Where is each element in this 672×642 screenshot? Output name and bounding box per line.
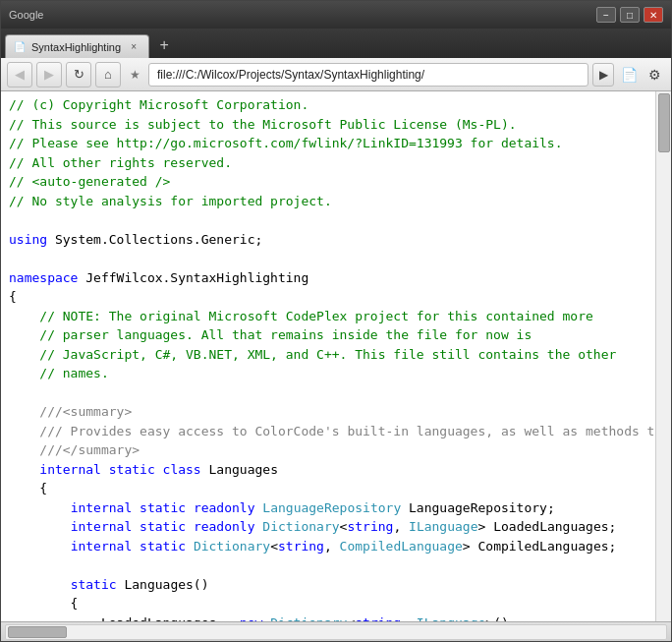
minimize-button[interactable]: −: [596, 7, 616, 23]
code-line: internal static class Languages: [1, 460, 655, 480]
code-line: [1, 555, 655, 575]
back-icon: ◀: [15, 67, 25, 82]
code-line: [1, 210, 655, 230]
go-button[interactable]: ▶: [592, 63, 614, 87]
page-button[interactable]: 📄: [618, 63, 640, 87]
code-line: LoadedLanguages = new Dictionary<string,…: [1, 613, 655, 622]
title-bar-search: Google: [9, 9, 43, 21]
code-line: // (c) Copyright Microsoft Corporation.: [1, 95, 655, 115]
content-area: // (c) Copyright Microsoft Corporation./…: [1, 91, 671, 621]
refresh-icon: ↻: [74, 67, 84, 82]
tools-button[interactable]: ⚙: [644, 63, 665, 87]
code-line: ///<summary>: [1, 402, 655, 422]
title-bar-left: Google: [9, 9, 43, 21]
code-line: ///</summary>: [1, 440, 655, 460]
new-tab-button[interactable]: +: [153, 34, 175, 56]
browser-tab[interactable]: 📄 SyntaxHighlighting ×: [5, 34, 149, 58]
code-line: namespace JeffWilcox.SyntaxHighlighting: [1, 268, 655, 288]
tab-label: SyntaxHighlighting: [31, 41, 121, 53]
status-bar: [1, 621, 671, 641]
code-line: {: [1, 479, 655, 498]
code-line: // NOTE: The original Microsoft CodePlex…: [1, 307, 655, 326]
scrollbar-thumb-h[interactable]: [8, 626, 67, 638]
code-line: // This source is subject to the Microso…: [1, 115, 655, 135]
code-line: internal static readonly LanguageReposit…: [1, 498, 655, 518]
search-label: Google: [9, 9, 43, 21]
home-icon: ⌂: [104, 67, 112, 82]
code-line: // Please see http://go.microsoft.com/fw…: [1, 134, 655, 153]
code-line: // parser languages. All that remains in…: [1, 325, 655, 345]
title-bar-controls: − □ ✕: [596, 7, 663, 23]
code-line: [1, 383, 655, 403]
go-icon: ▶: [599, 68, 608, 82]
address-bar[interactable]: [148, 63, 588, 87]
code-line: /// Provides easy access to ColorCode's …: [1, 422, 655, 441]
code-line: // names.: [1, 364, 655, 383]
forward-icon: ▶: [44, 67, 54, 82]
title-bar: Google − □ ✕: [1, 1, 671, 29]
code-line: internal static Dictionary<string, Compi…: [1, 537, 655, 556]
browser-window: Google − □ ✕ 📄 SyntaxHighlighting × + ◀ …: [0, 0, 672, 642]
page-icon: 📄: [621, 67, 638, 83]
close-button[interactable]: ✕: [644, 7, 663, 23]
code-line: internal static readonly Dictionary<stri…: [1, 517, 655, 537]
code-line: using System.Collections.Generic;: [1, 230, 655, 250]
code-line: // All other rights reserved.: [1, 153, 655, 173]
tab-close-button[interactable]: ×: [127, 40, 140, 54]
back-button[interactable]: ◀: [7, 62, 32, 88]
code-line: // No style analysis for imported projec…: [1, 192, 655, 211]
code-line: {: [1, 287, 655, 307]
tab-bar: 📄 SyntaxHighlighting × +: [1, 29, 671, 58]
code-container[interactable]: // (c) Copyright Microsoft Corporation./…: [1, 91, 655, 621]
horizontal-scrollbar[interactable]: [5, 624, 667, 640]
code-line: [1, 249, 655, 268]
code-line: // JavaScript, C#, VB.NET, XML, and C++.…: [1, 345, 655, 365]
code-line: {: [1, 594, 655, 613]
tools-icon: ⚙: [648, 67, 661, 83]
maximize-button[interactable]: □: [620, 7, 640, 23]
nav-bar: ◀ ▶ ↻ ⌂ ★ ▶ 📄 ⚙: [1, 58, 671, 91]
refresh-button[interactable]: ↻: [66, 62, 91, 88]
forward-button[interactable]: ▶: [36, 62, 62, 88]
code-line: // <auto-generated />: [1, 172, 655, 192]
code-line: static Languages(): [1, 575, 655, 595]
scrollbar-thumb-v[interactable]: [658, 93, 670, 152]
star-icon[interactable]: ★: [125, 65, 144, 85]
vertical-scrollbar[interactable]: [655, 91, 671, 621]
tab-favicon: 📄: [14, 41, 26, 52]
home-button[interactable]: ⌂: [95, 62, 121, 88]
